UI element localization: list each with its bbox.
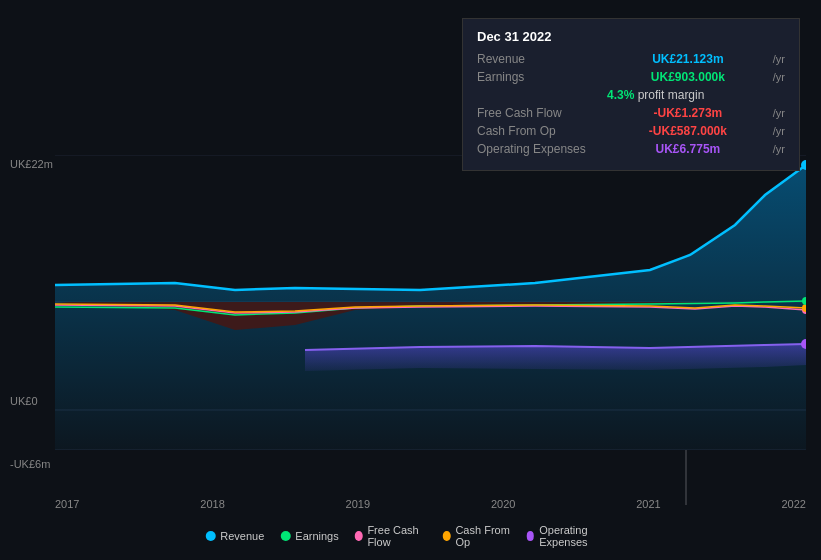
legend-label-earnings: Earnings (295, 530, 338, 542)
legend-dot-earnings (280, 531, 290, 541)
chart-svg (55, 155, 806, 450)
tooltip-fcf-value: -UK£1.273m (654, 106, 723, 120)
y-label-top: UK£22m (10, 158, 53, 170)
legend-dot-cashop (443, 531, 451, 541)
legend-dot-fcf (355, 531, 363, 541)
tooltip-cashop-label: Cash From Op (477, 124, 607, 138)
legend-dot-opex (527, 531, 535, 541)
x-label-2021: 2021 (636, 498, 660, 510)
tooltip-opex-value: UK£6.775m (656, 142, 721, 156)
tooltip-opex-label: Operating Expenses (477, 142, 607, 156)
legend-cashop[interactable]: Cash From Op (443, 524, 511, 548)
legend-label-revenue: Revenue (220, 530, 264, 542)
tooltip-revenue-value: UK£21.123m (652, 52, 723, 66)
x-label-2022: 2022 (781, 498, 805, 510)
tooltip-earnings: Earnings UK£903.000k /yr (477, 70, 785, 84)
tooltip-revenue: Revenue UK£21.123m /yr (477, 52, 785, 66)
legend-label-cashop: Cash From Op (455, 524, 510, 548)
tooltip-opex: Operating Expenses UK£6.775m /yr (477, 142, 785, 156)
tooltip-revenue-label: Revenue (477, 52, 607, 66)
tooltip-profit-margin: 4.3% profit margin (477, 88, 785, 102)
legend-fcf[interactable]: Free Cash Flow (355, 524, 427, 548)
tooltip-date: Dec 31 2022 (477, 29, 785, 44)
tooltip-fcf: Free Cash Flow -UK£1.273m /yr (477, 106, 785, 120)
legend-revenue[interactable]: Revenue (205, 530, 264, 542)
legend-label-fcf: Free Cash Flow (367, 524, 426, 548)
x-label-2018: 2018 (200, 498, 224, 510)
tooltip-earnings-value: UK£903.000k (651, 70, 725, 84)
x-label-2017: 2017 (55, 498, 79, 510)
tooltip-fcf-label: Free Cash Flow (477, 106, 607, 120)
tooltip-cashop: Cash From Op -UK£587.000k /yr (477, 124, 785, 138)
legend-label-opex: Operating Expenses (539, 524, 616, 548)
y-label-bot: -UK£6m (10, 458, 50, 470)
x-label-2019: 2019 (346, 498, 370, 510)
tooltip-box: Dec 31 2022 Revenue UK£21.123m /yr Earni… (462, 18, 800, 171)
legend-opex[interactable]: Operating Expenses (527, 524, 616, 548)
tooltip-earnings-label: Earnings (477, 70, 607, 84)
legend-earnings[interactable]: Earnings (280, 530, 338, 542)
x-label-2020: 2020 (491, 498, 515, 510)
legend: Revenue Earnings Free Cash Flow Cash Fro… (205, 524, 616, 548)
tooltip-cashop-value: -UK£587.000k (649, 124, 727, 138)
x-labels: 2017 2018 2019 2020 2021 2022 (55, 498, 806, 510)
chart-container: Dec 31 2022 Revenue UK£21.123m /yr Earni… (0, 0, 821, 560)
y-label-mid: UK£0 (10, 395, 38, 407)
legend-dot-revenue (205, 531, 215, 541)
